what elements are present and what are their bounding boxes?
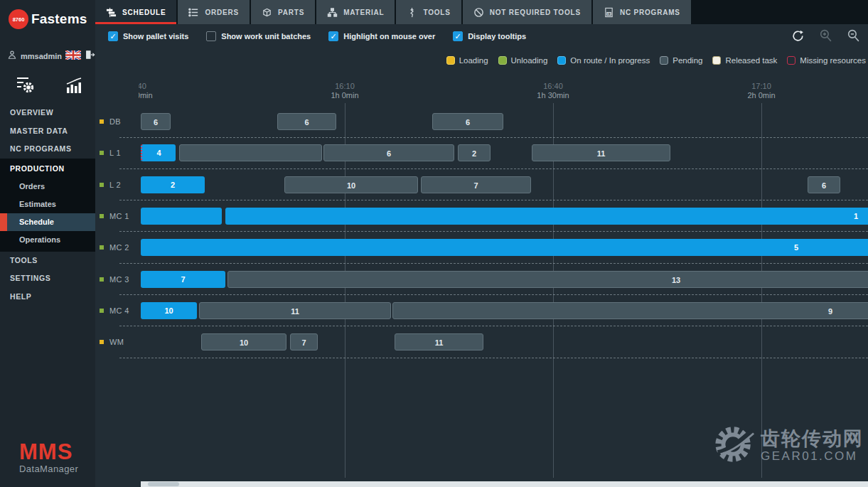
- tab-tools[interactable]: TOOLS: [396, 0, 461, 24]
- gantt-bar-l1-11[interactable]: 11: [532, 144, 670, 161]
- legend-label: Loading: [459, 56, 488, 65]
- module-switcher: [0, 73, 95, 100]
- gantt-bar-l2-10[interactable]: 10: [284, 176, 418, 193]
- row-separator: [119, 137, 868, 138]
- row-separator: [119, 294, 868, 295]
- gantt-bar-l1-6[interactable]: 6: [323, 144, 454, 161]
- tick-time: 16:40: [537, 82, 569, 91]
- row-label-mc4[interactable]: MC 4: [100, 302, 129, 319]
- sidebar-item-orders[interactable]: Orders: [0, 178, 95, 196]
- time-gridline: [761, 103, 762, 478]
- tab-parts[interactable]: PARTS: [251, 0, 315, 24]
- bar-label: 6: [466, 114, 470, 131]
- bar-label: 2: [472, 145, 476, 162]
- gantt-bar-mc1-1[interactable]: 1: [225, 208, 868, 225]
- gantt-bar-db-6[interactable]: 6: [432, 113, 503, 130]
- bar-label: 7: [473, 177, 478, 194]
- gantt-bar-mc3-7[interactable]: 7: [141, 271, 225, 288]
- watermark-text: 齿轮传动网 GEAR01.COM: [761, 428, 864, 464]
- gantt-bar-mc2-5[interactable]: 5: [141, 239, 868, 256]
- checkbox-highlight-on-mouse-over[interactable]: ✓Highlight on mouse over: [328, 31, 435, 41]
- checkbox-show-work-unit-batches[interactable]: Show work unit batches: [206, 31, 311, 41]
- gantt-bar-mc4-11[interactable]: 11: [199, 302, 391, 319]
- row-label-db[interactable]: DB: [100, 113, 121, 130]
- checkbox-label: Show work unit batches: [221, 32, 311, 41]
- gantt-plot-area: 15:400h 30min16:101h 0min16:401h 30min17…: [139, 78, 868, 478]
- scrollbar-thumb[interactable]: [148, 482, 179, 486]
- sidebar-item-help[interactable]: HELP: [0, 288, 95, 306]
- tab-nc-programs[interactable]: NCNC PROGRAMS: [593, 0, 691, 24]
- sidebar-item-estimates[interactable]: Estimates: [0, 196, 95, 213]
- gantt-bar-mc4-9[interactable]: 9: [392, 302, 868, 319]
- sidebar-item-nc-programs[interactable]: NC PROGRAMS: [0, 140, 95, 159]
- mms-logo: MMS DataManager: [19, 441, 78, 474]
- statistics-module-icon[interactable]: [64, 75, 84, 98]
- logout-icon[interactable]: [85, 50, 95, 63]
- sidebar-item-overview[interactable]: OVERVIEW: [0, 104, 95, 122]
- row-label-l2[interactable]: L 2: [100, 176, 121, 193]
- gear-logo-icon: [712, 422, 756, 469]
- gantt-bar-l2-2[interactable]: 2: [141, 176, 205, 193]
- user-icon: [7, 50, 17, 63]
- gantt-bar-wm-7[interactable]: 7: [290, 333, 318, 350]
- bar-label: 9: [828, 303, 832, 320]
- gantt-bar-db-6[interactable]: 6: [141, 113, 171, 130]
- sidebar-menu: OVERVIEWMASTER DATANC PROGRAMSPRODUCTION…: [0, 104, 95, 306]
- row-separator: [119, 168, 868, 169]
- checkbox-box[interactable]: [206, 31, 216, 41]
- gantt-bar-l2-6[interactable]: 6: [808, 176, 840, 193]
- row-label-mc2[interactable]: MC 2: [100, 239, 129, 256]
- sidebar-item-tools[interactable]: TOOLS: [0, 252, 95, 270]
- sidebar-item-settings[interactable]: SETTINGS: [0, 269, 95, 288]
- tab-orders[interactable]: ORDERS: [178, 0, 250, 24]
- sidebar-item-schedule[interactable]: Schedule: [0, 213, 95, 231]
- checkbox-box[interactable]: ✓: [453, 31, 463, 41]
- refresh-icon[interactable]: [791, 28, 805, 46]
- zoom-out-icon[interactable]: [846, 28, 861, 46]
- gantt-bar-mc3-13[interactable]: 13: [227, 271, 868, 288]
- app-window: 8760 Fastems mmsadmin: [0, 0, 868, 487]
- legend-item-released-task: Released task: [712, 56, 777, 65]
- legend-swatch-icon: [787, 56, 795, 65]
- uk-flag-icon[interactable]: [65, 50, 81, 63]
- gantt-bar-mc4-10[interactable]: 10: [141, 302, 197, 319]
- checkbox-display-tooltips[interactable]: ✓Display tooltips: [453, 31, 526, 41]
- row-marker-icon: [100, 245, 104, 250]
- zoom-in-icon[interactable]: [818, 28, 833, 46]
- row-label-l1[interactable]: L 1: [100, 144, 121, 161]
- user-row[interactable]: mmsadmin: [7, 50, 95, 63]
- row-marker-icon: [100, 183, 104, 187]
- row-label-mc3[interactable]: MC 3: [100, 271, 129, 288]
- brand-name: Fastems: [31, 11, 87, 27]
- tab-not-required-tools[interactable]: NOT REQUIRED TOOLS: [463, 0, 591, 24]
- gantt-bar-mc1[interactable]: [141, 208, 222, 225]
- production-module-icon[interactable]: [14, 74, 36, 98]
- gantt-bar-db-6[interactable]: 6: [277, 113, 336, 130]
- sidebar-item-operations[interactable]: Operations: [0, 231, 95, 249]
- row-label-wm[interactable]: WM: [100, 333, 124, 350]
- row-marker-icon: [100, 340, 104, 344]
- legend-label: Pending: [673, 56, 702, 65]
- row-separator: [119, 200, 868, 200]
- sidebar-item-master-data[interactable]: MASTER DATA: [0, 122, 95, 141]
- gantt-bar-wm-11[interactable]: 11: [395, 333, 483, 350]
- tick-time: 15:40: [139, 82, 153, 91]
- row-name: MC 1: [109, 212, 129, 220]
- checkbox-show-pallet-visits[interactable]: ✓Show pallet visits: [108, 31, 188, 41]
- bar-label: 6: [822, 177, 826, 194]
- bar-label: 7: [181, 271, 185, 288]
- gantt-bar-l1[interactable]: [179, 144, 322, 161]
- tab-schedule[interactable]: SCHEDULE: [95, 0, 176, 24]
- row-label-mc1[interactable]: MC 1: [100, 208, 129, 225]
- bar-label: 11: [291, 303, 299, 320]
- checkbox-box[interactable]: ✓: [328, 31, 338, 41]
- bar-label: 6: [304, 114, 309, 131]
- gantt-bar-l1-2[interactable]: 2: [458, 144, 491, 161]
- tab-material[interactable]: MATERIAL: [316, 0, 395, 24]
- gantt-bar-l2-7[interactable]: 7: [421, 176, 531, 193]
- checkbox-box[interactable]: ✓: [108, 31, 118, 41]
- gantt-bar-wm-10[interactable]: 10: [201, 333, 286, 350]
- gantt-bar-l1-4[interactable]: 4: [141, 144, 176, 161]
- horizontal-scrollbar[interactable]: [141, 481, 868, 487]
- sidebar-item-production[interactable]: PRODUCTION: [0, 160, 95, 178]
